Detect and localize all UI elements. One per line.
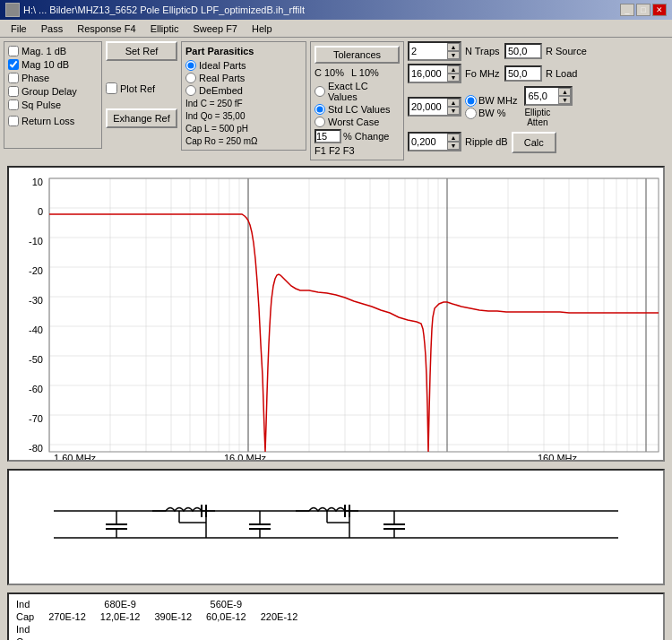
fo-input[interactable] [409, 67, 447, 80]
y-label--10: -10 [29, 236, 43, 246]
table-row-ind2: Ind [13, 623, 305, 636]
y-label-10: 10 [32, 177, 43, 187]
window-controls: _ □ ✕ [620, 4, 667, 16]
pct-change-row: % Change [314, 129, 400, 143]
y-label--80: -80 [29, 443, 43, 454]
radio-deembed-input[interactable] [185, 85, 196, 96]
table-row-ind1: Ind 680E-9 560E-9 [13, 598, 305, 610]
left-panel: Mag. 1 dB Mag 10 dB Phase Group Delay Sq… [4, 41, 102, 149]
r-load-label: R Load [546, 68, 577, 79]
parastics-title: Part Parasitics [185, 46, 302, 56]
checkbox-mag1db-input[interactable] [8, 46, 19, 56]
param-row-bw: ▲ ▼ BW MHz BW % [408, 86, 668, 127]
top-controls: Mag. 1 dB Mag 10 dB Phase Group Delay Sq… [4, 41, 668, 160]
elliptic-up[interactable]: ▲ [558, 88, 571, 96]
param-row-fo: ▲ ▼ Fo MHz R Load [408, 64, 668, 83]
minimize-button[interactable]: _ [620, 4, 634, 16]
checkbox-mag10db-label: Mag 10 dB [22, 59, 69, 70]
set-ref-button[interactable]: Set Ref [106, 41, 177, 61]
cell-cap1-c4: 60,0E-12 [199, 610, 254, 623]
checkbox-sqpulse-label: Sq Pulse [22, 99, 61, 110]
calc-button[interactable]: Calc [512, 132, 556, 153]
radio-worst-label: Worst Case [328, 117, 379, 127]
checkbox-phase-input[interactable] [8, 73, 19, 83]
radio-deembed: DeEmbed [185, 85, 302, 96]
menu-file[interactable]: File [4, 22, 34, 36]
checkbox-mag1db: Mag. 1 dB [8, 46, 98, 56]
ripple-spinner: ▲ ▼ [408, 132, 461, 151]
checkbox-mag10db: Mag 10 dB [8, 59, 98, 70]
elliptic-input[interactable] [526, 90, 558, 102]
elliptic-spinner: ▲ ▼ [524, 86, 573, 106]
bw-up[interactable]: ▲ [447, 99, 460, 107]
bw-mhz-radio[interactable] [465, 95, 477, 107]
pct-change-input[interactable] [314, 129, 341, 143]
parastics-panel: Part Parasitics Ideal Parts Real Parts D… [181, 41, 306, 151]
cell-cap2-c5 [254, 636, 306, 640]
checkbox-returnloss-label: Return Loss [22, 116, 74, 126]
r-source-input[interactable] [504, 43, 542, 59]
menu-elliptic[interactable]: Elliptic [143, 22, 186, 36]
menu-pass[interactable]: Pass [34, 22, 70, 36]
checkbox-sqpulse-input[interactable] [8, 99, 19, 110]
radio-worst-input[interactable] [314, 117, 325, 127]
ripple-down[interactable]: ▼ [447, 142, 460, 150]
y-label--40: -40 [29, 324, 43, 335]
f-label: F1 F2 F3 [314, 145, 400, 156]
radio-real: Real Parts [185, 73, 302, 83]
cell-cap1-c3: 390E-12 [147, 610, 199, 623]
bw-spinner: ▲ ▼ [408, 97, 461, 117]
exchange-ref-button[interactable]: Exhange Ref [106, 108, 177, 128]
fo-down[interactable]: ▼ [447, 74, 460, 82]
n-traps-down[interactable]: ▼ [447, 51, 460, 59]
plot-ref-label: Plot Ref [120, 83, 155, 94]
checkbox-phase-label: Phase [22, 73, 49, 83]
chart-svg: 10 0 -10 -20 -30 -40 -50 -60 -70 -80 [9, 168, 663, 460]
y-label-0: 0 [38, 206, 43, 217]
bw-input[interactable] [409, 100, 447, 113]
cell-ind1-c1 [41, 598, 93, 610]
radio-std-input[interactable] [314, 104, 325, 115]
cell-ind1-label: Ind [13, 598, 41, 610]
x-label-2: 16,0 MHz [224, 453, 267, 460]
cell-cap2-c2 [93, 636, 148, 640]
btn-panel: Set Ref Plot Ref Exhange Ref [106, 41, 177, 128]
bw-down[interactable]: ▼ [447, 107, 460, 115]
cell-cap1-c2: 12,0E-12 [93, 610, 148, 623]
cell-ind2-c4 [199, 623, 254, 636]
close-button[interactable]: ✕ [652, 4, 667, 16]
n-traps-input[interactable] [409, 45, 447, 57]
bw-pct-radio[interactable] [465, 108, 477, 119]
circuit-area [7, 469, 665, 585]
fo-spinner: ▲ ▼ [408, 64, 461, 83]
radio-ideal-label: Ideal Parts [199, 60, 246, 71]
checkbox-returnloss-input[interactable] [8, 116, 19, 126]
menu-sweep[interactable]: Sweep F7 [185, 22, 245, 36]
cell-cap1-label: Cap [13, 610, 41, 623]
cell-ind1-c2: 680E-9 [93, 598, 148, 610]
checkbox-sqpulse: Sq Pulse [8, 99, 98, 110]
plot-ref-checkbox[interactable] [106, 82, 117, 94]
menu-response[interactable]: Response F4 [70, 22, 142, 36]
radio-ideal-input[interactable] [185, 60, 196, 71]
c-label: C 10% [314, 67, 344, 78]
radio-real-input[interactable] [185, 73, 196, 83]
y-label--20: -20 [29, 265, 43, 276]
ripple-input[interactable] [409, 135, 447, 148]
checkbox-groupdelay-input[interactable] [8, 86, 19, 97]
ripple-up[interactable]: ▲ [447, 134, 460, 142]
r-load-input[interactable] [504, 65, 542, 82]
n-traps-up[interactable]: ▲ [447, 43, 460, 51]
y-label--30: -30 [29, 295, 43, 306]
fo-up[interactable]: ▲ [447, 65, 460, 74]
maximize-button[interactable]: □ [636, 4, 650, 16]
elliptic-down[interactable]: ▼ [558, 96, 571, 104]
menu-help[interactable]: Help [245, 22, 280, 36]
n-traps-spinner: ▲ ▼ [408, 41, 461, 61]
atten-label: Atten [527, 117, 547, 127]
plot-ref-row: Plot Ref [106, 82, 177, 94]
tolerances-title[interactable]: Tolerances [314, 46, 400, 64]
checkbox-mag10db-input[interactable] [8, 59, 19, 70]
checkbox-groupdelay-label: Group Delay [22, 86, 77, 97]
radio-exact-input[interactable] [314, 86, 325, 97]
